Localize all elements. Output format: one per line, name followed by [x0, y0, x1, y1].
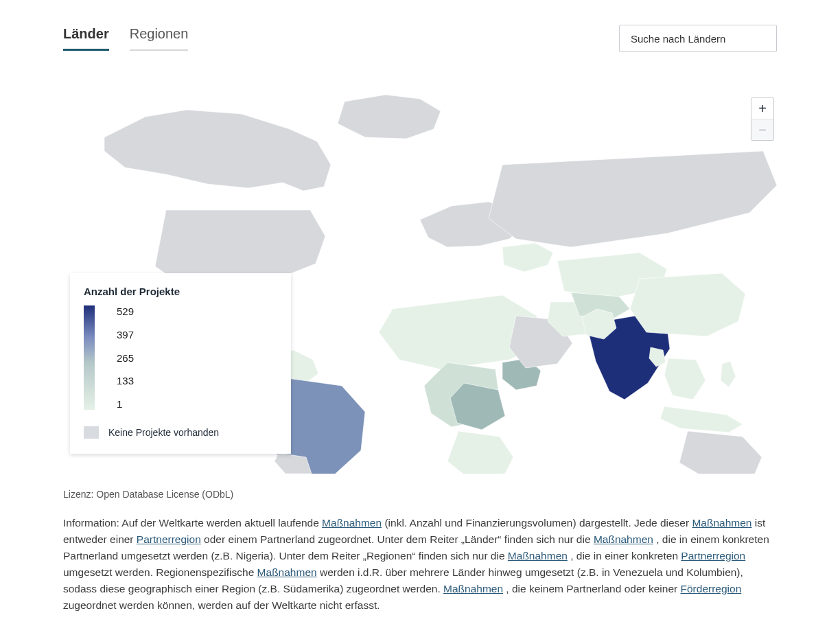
link-massnahmen[interactable]: Maßnahmen — [508, 550, 568, 562]
license-text: Lizenz: Open Database License (ODbL) — [63, 489, 777, 500]
minus-icon: − — [758, 122, 767, 138]
zoom-out-button[interactable]: − — [751, 119, 773, 140]
region-canada[interactable] — [104, 110, 331, 191]
legend-tick: 1 — [117, 398, 134, 410]
legend-tick: 529 — [117, 305, 134, 317]
info-paragraph: Information: Auf der Weltkarte werden ak… — [63, 515, 777, 614]
tabs: Länder Regionen — [63, 26, 188, 51]
country-search-input[interactable] — [629, 32, 767, 45]
legend-no-data-label: Keine Projekte vorhanden — [108, 427, 219, 438]
link-massnahmen[interactable]: Maßnahmen — [257, 566, 317, 578]
legend-tick: 397 — [117, 329, 134, 340]
zoom-in-button[interactable]: + — [751, 98, 773, 119]
info-text: umgesetzt werden. Regionenspezifische — [63, 566, 257, 578]
info-text: Information: Auf der Weltkarte werden ak… — [63, 517, 322, 529]
region-china[interactable] — [630, 273, 745, 336]
legend-title: Anzahl der Projekte — [84, 286, 277, 297]
region-russia[interactable] — [489, 151, 777, 247]
link-massnahmen[interactable]: Maßnahmen — [322, 517, 382, 529]
region-greenland[interactable] — [338, 95, 441, 139]
link-massnahmen[interactable]: Maßnahmen — [594, 533, 653, 545]
zoom-control: + − — [751, 97, 774, 141]
region-indonesia[interactable] — [660, 406, 743, 432]
info-text: , die keinem Partnerland oder keiner — [506, 583, 680, 594]
info-text: oder einem Partnerland zugeordnet. Unter… — [204, 533, 594, 545]
map-legend: Anzahl der Projekte 529 397 265 133 1 Ke… — [70, 273, 291, 454]
region-seasia-mainland[interactable] — [664, 358, 705, 400]
info-text: (inkl. Anzahl und Finanzierungsvolumen) … — [384, 517, 692, 529]
link-foerderregion[interactable]: Förderregion — [681, 583, 742, 594]
link-massnahmen[interactable]: Maßnahmen — [692, 517, 751, 529]
legend-tick: 265 — [117, 352, 134, 364]
tab-regions[interactable]: Regionen — [130, 26, 189, 51]
plus-icon: + — [758, 101, 767, 117]
legend-no-data: Keine Projekte vorhanden — [84, 426, 277, 439]
legend-scale: 529 397 265 133 1 — [84, 305, 277, 410]
link-partnerregion[interactable]: Partnerregion — [137, 533, 201, 545]
legend-no-data-swatch — [84, 426, 99, 439]
link-partnerregion[interactable]: Partnerregion — [681, 550, 745, 562]
world-map[interactable]: + − Anzahl der Projekte 529 397 265 133 … — [63, 89, 777, 474]
legend-ticks: 529 397 265 133 1 — [117, 305, 134, 410]
country-search[interactable] — [619, 25, 777, 52]
link-massnahmen[interactable]: Maßnahmen — [443, 583, 503, 594]
region-southern-africa[interactable] — [447, 431, 513, 474]
region-dr-congo[interactable] — [450, 383, 505, 430]
info-text: , die in einer konkreten — [570, 550, 681, 562]
info-text: zugeordnet werden können, werden auf der… — [63, 599, 380, 611]
region-australia[interactable] — [679, 431, 762, 474]
top-bar: Länder Regionen — [63, 25, 777, 52]
region-ukraine[interactable] — [502, 243, 553, 272]
legend-gradient — [84, 305, 95, 410]
tab-countries[interactable]: Länder — [63, 26, 109, 51]
region-philippines[interactable] — [721, 361, 736, 387]
legend-tick: 133 — [117, 375, 134, 386]
